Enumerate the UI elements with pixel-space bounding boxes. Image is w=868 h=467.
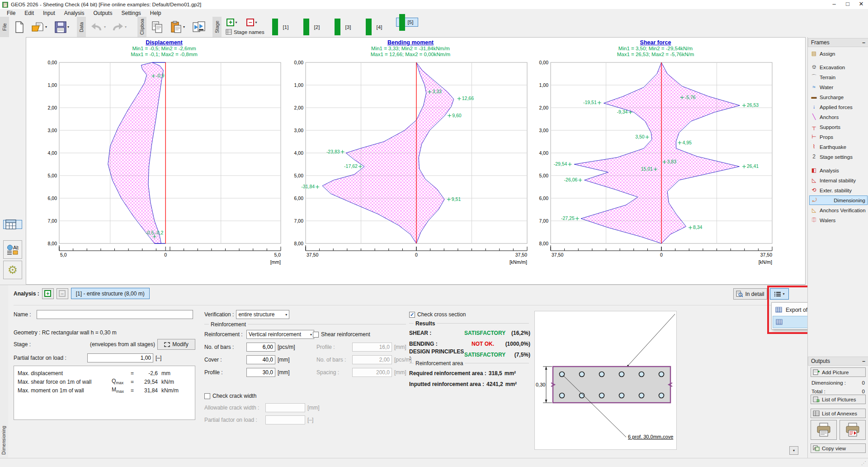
shear-reinf-1-input[interactable] bbox=[352, 355, 392, 364]
minimize-button[interactable]: – bbox=[827, 0, 841, 9]
menu-analysis[interactable]: Analysis bbox=[60, 10, 89, 17]
menu-file[interactable]: File bbox=[3, 10, 19, 17]
reinf-0-input[interactable] bbox=[246, 343, 275, 352]
modify-button[interactable]: Modify bbox=[157, 339, 195, 350]
svg-text:4,00: 4,00 bbox=[48, 150, 57, 156]
check-cross-section-label: Check cross section bbox=[417, 311, 466, 318]
svg-text:7,00: 7,00 bbox=[294, 218, 304, 224]
sidebar-item-stage-settings[interactable]: 2Stage settings bbox=[809, 152, 868, 162]
maxima-name: Max. displacement bbox=[18, 370, 112, 376]
name-input[interactable] bbox=[37, 310, 193, 319]
menu-help[interactable]: Help bbox=[146, 10, 165, 17]
analysis-tab[interactable]: [1] - entire structure (8,00 m) bbox=[71, 288, 150, 299]
paste-icon bbox=[170, 21, 182, 33]
menu-input[interactable]: Input bbox=[39, 10, 59, 17]
add-analysis-button[interactable]: + bbox=[42, 288, 54, 299]
shear-reinf-0-input[interactable] bbox=[352, 343, 392, 352]
sidebar-item-assign[interactable]: ▤Assign bbox=[809, 49, 868, 58]
svg-text:-31,84: -31,84 bbox=[301, 184, 315, 189]
list-of-annexes-button[interactable]: List of Annexes bbox=[811, 409, 866, 418]
menu-outputs[interactable]: Outputs bbox=[89, 10, 116, 17]
copy-view-button[interactable]: A Copy view bbox=[811, 443, 866, 453]
add-stage-dropdown-arrow[interactable]: ▾ bbox=[235, 20, 237, 24]
open-dropdown-arrow[interactable]: ▾ bbox=[45, 25, 47, 29]
stage-button-4[interactable]: [4] bbox=[365, 18, 387, 36]
add-stage-button[interactable]: + ▾ bbox=[224, 17, 240, 27]
verification-select[interactable]: entire structure ▾ bbox=[236, 310, 289, 319]
sidebar-item-label: Anchors Verification bbox=[820, 208, 866, 213]
stage-names-button[interactable]: Stage names bbox=[224, 28, 266, 36]
scroll-down-button[interactable]: ▾ bbox=[789, 446, 798, 455]
menu-edit[interactable]: Edit bbox=[20, 10, 38, 17]
open-file-button[interactable]: ▾ bbox=[29, 18, 50, 36]
in-detail-button[interactable]: In detail bbox=[733, 288, 767, 300]
table-view-button[interactable] bbox=[3, 220, 22, 229]
svg-text:-5,76: -5,76 bbox=[685, 95, 696, 100]
sidebar-item-dimensioning[interactable]: ⤾Dimensioning bbox=[809, 195, 868, 205]
save-file-button[interactable]: ▾ bbox=[52, 18, 72, 36]
outputs-panel-header: Outputs – bbox=[808, 357, 868, 366]
redo-dropdown-arrow[interactable]: ▾ bbox=[125, 25, 127, 29]
result-percentage: (16,2%) bbox=[505, 330, 530, 336]
check-cross-section-checkbox[interactable]: ✓ Check cross section bbox=[409, 310, 466, 319]
sidebar-item-supports[interactable]: ┬Supports bbox=[809, 122, 868, 132]
compare-button[interactable] bbox=[190, 18, 208, 36]
paste-button[interactable]: ▾ bbox=[167, 18, 188, 36]
annotation-settings-button[interactable]: Ab bbox=[3, 240, 22, 259]
collapse-icon[interactable]: – bbox=[862, 39, 865, 46]
paste-dropdown-arrow[interactable]: ▾ bbox=[183, 25, 185, 29]
sidebar-item-exter-stability[interactable]: ⟲Exter. stability bbox=[809, 186, 868, 195]
sidebar-item-analysis[interactable]: ◧Analysis bbox=[809, 166, 868, 175]
redo-button[interactable]: ▾ bbox=[109, 18, 128, 36]
shear-reinforcement-checkbox[interactable]: Shear reinforcement bbox=[313, 329, 370, 339]
partial-factor-input[interactable] bbox=[87, 353, 153, 362]
sidebar-item-anchors-verification[interactable]: ◺Anchors Verification bbox=[809, 205, 868, 215]
stage-button-3[interactable]: [3] bbox=[334, 18, 356, 36]
reinf-2-input[interactable] bbox=[246, 368, 275, 377]
close-button[interactable]: ✕ bbox=[854, 0, 868, 9]
plus-icon: + bbox=[44, 290, 51, 297]
remove-stage-button[interactable]: – ▾ bbox=[244, 17, 259, 27]
print-detailed-button[interactable] bbox=[840, 420, 866, 440]
sidebar-item-props[interactable]: ⊢Props bbox=[809, 132, 868, 142]
stage-button-5[interactable]: [5] bbox=[396, 18, 418, 27]
stage-button-1[interactable]: [1] bbox=[271, 18, 293, 36]
undo-dropdown-arrow[interactable]: ▾ bbox=[104, 25, 106, 29]
undo-button[interactable]: ▾ bbox=[89, 18, 108, 36]
crack-1-input[interactable] bbox=[265, 415, 305, 424]
restore-button[interactable]: □ bbox=[841, 0, 854, 9]
save-dropdown-arrow[interactable]: ▾ bbox=[67, 25, 69, 29]
sidebar-item-earthquake[interactable]: ⌇Earthquake bbox=[809, 142, 868, 152]
reinforcement-select[interactable]: Vertical reinforcement ▾ bbox=[246, 330, 314, 339]
resize-grip[interactable]: ⋰ bbox=[861, 460, 867, 466]
sidebar-item-internal-stability[interactable]: ◺Internal stability bbox=[809, 176, 868, 185]
add-picture-button[interactable]: Add Picture bbox=[811, 367, 866, 377]
sidebar-item-applied-forces[interactable]: ↓Applied forces bbox=[809, 102, 868, 112]
toolbar: File ▾ ▾ Data bbox=[0, 17, 868, 37]
sidebar-item-walers[interactable]: ⎅Walers bbox=[809, 215, 868, 225]
sidebar-item-label: Excavation bbox=[820, 65, 845, 70]
check-crack-width-checkbox[interactable]: Check crack width bbox=[204, 391, 256, 401]
sidebar-item-label: Walers bbox=[820, 218, 835, 223]
stage-button-2[interactable]: [2] bbox=[302, 18, 325, 36]
list-of-pictures-button[interactable]: List of Pictures bbox=[811, 395, 866, 404]
collapse-icon[interactable]: – bbox=[862, 358, 865, 364]
sidebar-item-surcharge[interactable]: ▬Surcharge bbox=[809, 92, 868, 102]
sidebar-item-excavation[interactable]: ⎊Excavation bbox=[809, 62, 868, 72]
window-title: GEO5 2026 - Sheeting Check (64 bit) [Fin… bbox=[11, 2, 201, 7]
reinf-1-input[interactable] bbox=[246, 355, 275, 364]
sidebar-item-water[interactable]: ≈Water bbox=[809, 82, 868, 92]
drawing-settings-button[interactable]: ⚙ bbox=[3, 261, 22, 279]
sidebar-item-terrain[interactable]: ⌒Terrain bbox=[809, 72, 868, 82]
menu-settings[interactable]: Settings bbox=[117, 10, 145, 17]
copy-button[interactable] bbox=[149, 18, 165, 36]
crack-0-input[interactable] bbox=[265, 403, 305, 412]
maxima-box: Max. displacement=-2,6mmMax. shear force… bbox=[14, 366, 195, 420]
shear-reinf-2-input[interactable] bbox=[352, 368, 392, 377]
remove-stage-dropdown-arrow[interactable]: ▾ bbox=[255, 20, 257, 24]
remove-analysis-button[interactable]: – bbox=[57, 288, 68, 299]
svg-text:6,00: 6,00 bbox=[539, 195, 549, 201]
sidebar-item-anchors[interactable]: ╲Anchors bbox=[809, 112, 868, 122]
print-button[interactable] bbox=[811, 420, 837, 440]
new-file-button[interactable] bbox=[12, 18, 27, 36]
